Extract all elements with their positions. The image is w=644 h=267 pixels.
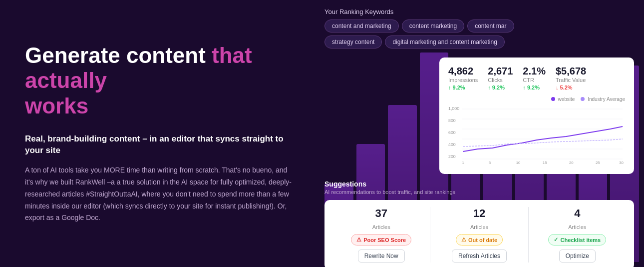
suggestion-badge-2: ✓ Checklist items [548, 234, 606, 246]
suggestion-count-2: 4 [574, 207, 580, 220]
suggestions-card: 37 Articles ⚠ Poor SEO Score Rewrite Now… [324, 200, 634, 267]
suggestion-label-1: Articles [470, 224, 488, 230]
metric-impressions: 4,862 Impressions ↑ 9.2% [448, 66, 478, 90]
warning-icon-1: ⚠ [461, 236, 466, 243]
impressions-label: Impressions [448, 77, 478, 83]
suggestion-label-0: Articles [372, 224, 390, 230]
svg-text:400: 400 [448, 142, 456, 147]
metric-clicks: 2,671 Clicks ↑ 9.2% [488, 66, 513, 90]
keyword-chip-3[interactable]: strategy content [324, 36, 382, 48]
impressions-value: 4,862 [448, 66, 478, 77]
traffic-change: ↓ 5.2% [556, 84, 586, 90]
metric-ctr: 2.1% CTR ↑ 9.2% [523, 66, 546, 90]
svg-text:5: 5 [489, 160, 491, 164]
clicks-change: ↑ 9.2% [488, 84, 513, 90]
suggestion-count-1: 12 [473, 207, 485, 220]
legend-dot-website [551, 97, 555, 101]
right-panel: Your Ranking Keywords content and market… [320, 0, 644, 267]
svg-text:20: 20 [569, 160, 574, 164]
svg-text:800: 800 [448, 118, 456, 123]
svg-text:600: 600 [448, 130, 456, 135]
keyword-chip-1[interactable]: content marketing [402, 20, 464, 32]
suggestion-col-2: 4 Articles ✓ Checklist items Optimize [529, 207, 626, 262]
keywords-title: Your Ranking Keywords [324, 8, 634, 16]
headline-works: works [25, 94, 295, 119]
keywords-section: Your Ranking Keywords content and market… [324, 8, 634, 52]
subheadline: Real, brand-building content – in an edi… [25, 133, 295, 157]
svg-text:25: 25 [596, 160, 600, 164]
ctr-change: ↑ 9.2% [523, 84, 546, 90]
main-headline: Generate content that actually works [25, 43, 295, 119]
keywords-row-1: content and marketing content marketing … [324, 20, 634, 32]
legend-industry: Industry Average [581, 96, 625, 102]
analytics-line-chart: 1,000 800 600 400 200 1 5 10 15 20 25 30 [448, 104, 625, 164]
headline-highlight: that actually [25, 43, 252, 93]
warning-icon-0: ⚠ [356, 236, 361, 243]
traffic-label: Traffic Value [556, 77, 586, 83]
svg-text:15: 15 [543, 160, 547, 164]
suggestions-title: Suggestions [324, 180, 634, 188]
svg-text:200: 200 [448, 154, 456, 159]
keyword-chip-0[interactable]: content and marketing [324, 20, 399, 32]
refresh-articles-button[interactable]: Refresh Articles [452, 250, 507, 262]
suggestion-badge-1: ⚠ Out of date [456, 234, 503, 246]
clicks-value: 2,671 [488, 66, 513, 77]
svg-text:1,000: 1,000 [448, 106, 459, 111]
suggestion-col-0: 37 Articles ⚠ Poor SEO Score Rewrite Now [332, 207, 430, 262]
headline-part1: Generate content that actually [25, 43, 252, 93]
description: A ton of AI tools take you MORE time tha… [25, 164, 295, 224]
chart-legend: website Industry Average [448, 96, 625, 102]
keywords-row-2: strategy content digital marketing and c… [324, 36, 634, 48]
suggestion-count-0: 37 [375, 207, 387, 220]
ctr-value: 2.1% [523, 66, 546, 77]
traffic-value: $5,678 [556, 66, 586, 77]
legend-website: website [551, 96, 575, 102]
svg-text:10: 10 [516, 160, 521, 164]
optimize-button[interactable]: Optimize [559, 250, 596, 262]
clicks-label: Clicks [488, 77, 513, 83]
svg-text:30: 30 [619, 160, 624, 164]
suggestions-section: Suggestions AI recommendations to boost … [324, 180, 634, 267]
metric-traffic-value: $5,678 Traffic Value ↓ 5.2% [556, 66, 586, 90]
check-icon-2: ✓ [554, 236, 558, 243]
analytics-metrics: 4,862 Impressions ↑ 9.2% 2,671 Clicks ↑ … [448, 66, 625, 90]
left-panel: Generate content that actually works Rea… [0, 0, 320, 267]
suggestion-label-2: Articles [568, 224, 586, 230]
suggestion-badge-0: ⚠ Poor SEO Score [351, 234, 411, 246]
rewrite-now-button[interactable]: Rewrite Now [358, 250, 405, 262]
suggestion-col-1: 12 Articles ⚠ Out of date Refresh Articl… [430, 207, 528, 262]
keyword-chip-2[interactable]: content mar [467, 20, 514, 32]
keyword-chip-4[interactable]: digital marketing and content marketing [385, 36, 504, 48]
ctr-label: CTR [523, 77, 546, 83]
suggestions-subtitle: AI recommendations to boost traffic, and… [324, 189, 634, 195]
svg-text:1: 1 [462, 160, 465, 164]
analytics-card: 4,862 Impressions ↑ 9.2% 2,671 Clicks ↑ … [439, 58, 634, 174]
legend-dot-industry [581, 97, 585, 101]
impressions-change: ↑ 9.2% [448, 84, 478, 90]
